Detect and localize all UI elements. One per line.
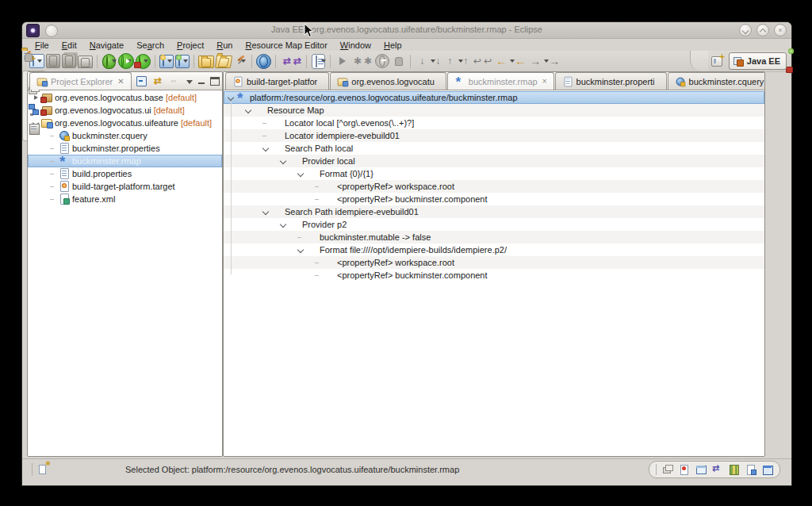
node-propertyref-component-2[interactable]: <propertyRef> buckminster.component	[224, 269, 764, 282]
project-base[interactable]: org.evenos.logvocatus.base [default]	[28, 91, 222, 104]
expander-icon[interactable]	[313, 182, 324, 192]
trim-windows-button[interactable]	[662, 464, 673, 475]
open-folder-button[interactable]	[215, 56, 232, 68]
save-all-button[interactable]	[62, 54, 76, 68]
forward-button[interactable]	[527, 53, 561, 69]
packages-view-button[interactable]	[729, 464, 740, 475]
back-button[interactable]	[493, 53, 527, 69]
node-locator-local[interactable]: Locator local [^org\.evenos(\..+)?]	[224, 117, 764, 129]
tab-buckminster-rmap[interactable]: buckminster.rmap ×	[447, 72, 554, 90]
menu-help[interactable]: Help	[377, 40, 408, 51]
node-mutable-false[interactable]: buckminster.mutable -> false	[224, 231, 764, 243]
expander-icon[interactable]	[313, 270, 324, 281]
maximize-button[interactable]	[756, 24, 769, 36]
menu-window[interactable]: Window	[334, 40, 377, 51]
expander-icon[interactable]	[278, 156, 289, 167]
focus-button[interactable]	[170, 75, 182, 87]
menu-navigate[interactable]: Navigate	[83, 40, 130, 51]
open-perspective-button[interactable]	[709, 53, 725, 69]
print-button[interactable]	[78, 56, 93, 68]
expander-icon[interactable]	[313, 258, 324, 268]
tab-build-target-platform[interactable]: build-target-platfor	[225, 72, 329, 90]
expander-icon[interactable]	[296, 245, 306, 255]
menu-run[interactable]: Run	[210, 40, 239, 51]
title-bar[interactable]: Java EE - org.evenos.logvocatus.uifeatur…	[22, 22, 791, 39]
expander-icon[interactable]	[48, 194, 59, 205]
debug-button[interactable]	[102, 54, 116, 69]
problems-view-button[interactable]	[679, 464, 690, 475]
expander-icon[interactable]	[296, 169, 306, 179]
file-build-target-platform[interactable]: build-target-platform.target	[28, 180, 222, 193]
file-build-properties[interactable]: build.properties	[28, 167, 222, 180]
file-buckminster-properties[interactable]: buckminster.properties	[28, 142, 222, 155]
expander-icon[interactable]	[48, 144, 59, 154]
menu-edit[interactable]: Edit	[56, 40, 83, 51]
node-format-file[interactable]: Format file:////opt/idempiere-builds/ide…	[224, 243, 764, 256]
file-feature-xml[interactable]: feature.xml	[28, 193, 222, 205]
expander-icon[interactable]	[278, 220, 289, 230]
synchronize-button[interactable]	[279, 53, 303, 69]
web-browser-button[interactable]	[256, 54, 271, 69]
view-menu-button[interactable]	[186, 80, 193, 84]
prev-annotation-button[interactable]	[442, 53, 469, 69]
node-root[interactable]: platform:/resource/org.evenos.logvocatus…	[224, 91, 764, 104]
maximize-view-button[interactable]	[210, 77, 220, 86]
run-button[interactable]	[118, 53, 134, 69]
expander-icon[interactable]	[48, 182, 59, 192]
node-resource-map[interactable]: Resource Map	[224, 104, 764, 117]
expander-icon[interactable]	[261, 207, 271, 217]
node-searchpath-idempiere[interactable]: Search Path idempiere-evebuild01	[224, 205, 764, 218]
menu-search[interactable]: Search	[130, 40, 170, 51]
minimize-view-button[interactable]	[197, 78, 205, 85]
last-edit-location-button[interactable]	[469, 53, 493, 69]
expander-icon[interactable]	[261, 131, 271, 141]
expander-icon[interactable]	[48, 156, 59, 167]
expander-icon[interactable]	[261, 144, 271, 154]
window-menu-button[interactable]	[45, 25, 58, 37]
menu-file[interactable]: File	[29, 40, 56, 51]
server-view-button[interactable]	[27, 121, 41, 136]
expander-icon[interactable]	[313, 194, 324, 205]
close-tab-icon[interactable]: ×	[542, 77, 547, 86]
synchronize-view-button[interactable]	[712, 464, 723, 475]
expander-icon[interactable]	[243, 105, 254, 116]
expander-icon[interactable]	[48, 169, 59, 179]
stop-button[interactable]	[375, 54, 389, 68]
tab-org-evenos-logvocatu[interactable]: org.evenos.logvocatu	[330, 72, 446, 90]
node-format-01[interactable]: Format {0}/{1}	[224, 167, 764, 180]
run-last-button[interactable]	[334, 53, 350, 69]
run-config-button[interactable]	[350, 53, 373, 69]
node-searchpath-local[interactable]: Search Path local	[224, 142, 764, 155]
file-buckminster-rmap[interactable]: buckminster.rmap	[28, 155, 222, 167]
node-propertyref-component-1[interactable]: <propertyRef> buckminster.component	[224, 193, 764, 205]
project-explorer-tab[interactable]: Project Explorer ✕	[29, 72, 132, 90]
expander-icon[interactable]	[261, 118, 271, 128]
save-button[interactable]	[46, 54, 60, 68]
node-provider-local[interactable]: Provider local	[224, 155, 764, 167]
minimize-button[interactable]	[739, 24, 752, 36]
new-web-project-button[interactable]	[159, 55, 174, 68]
project-uifeature[interactable]: org.evenos.logvocatus.uifeature [default…	[28, 117, 222, 129]
element-list-button[interactable]	[312, 54, 325, 69]
close-view-icon[interactable]: ✕	[117, 77, 124, 86]
new-wizard-trim-icon[interactable]	[37, 463, 49, 475]
node-provider-p2[interactable]: Provider p2	[224, 218, 764, 231]
node-locator-idempiere[interactable]: Locator idempiere-evebuild01	[224, 129, 764, 142]
file-buckminster-cquery[interactable]: buckminster.cquery	[28, 129, 222, 142]
node-propertyref-workspace-root-2[interactable]: <propertyRef> workspace.root	[224, 256, 764, 269]
link-with-editor-button[interactable]	[153, 75, 165, 87]
editor-area-button[interactable]	[695, 464, 707, 475]
menu-project[interactable]: Project	[170, 40, 210, 51]
close-button[interactable]: ×	[774, 24, 787, 36]
expander-icon[interactable]	[296, 232, 306, 243]
outline-view-button[interactable]	[27, 102, 41, 117]
external-tools-button[interactable]	[136, 54, 151, 69]
suspend-button[interactable]	[391, 53, 407, 69]
folder-button[interactable]	[198, 56, 214, 68]
tab-buckminster-properties[interactable]: buckminster.properti	[555, 72, 667, 90]
next-annotation-button[interactable]	[414, 53, 442, 69]
project-ui[interactable]: org.evenos.logvocatus.ui [default]	[28, 104, 222, 117]
expander-icon[interactable]	[48, 131, 59, 141]
bookmarks-view-button[interactable]	[745, 464, 756, 475]
tab-buckminster-cquery[interactable]: buckminster.cquery	[668, 72, 765, 90]
